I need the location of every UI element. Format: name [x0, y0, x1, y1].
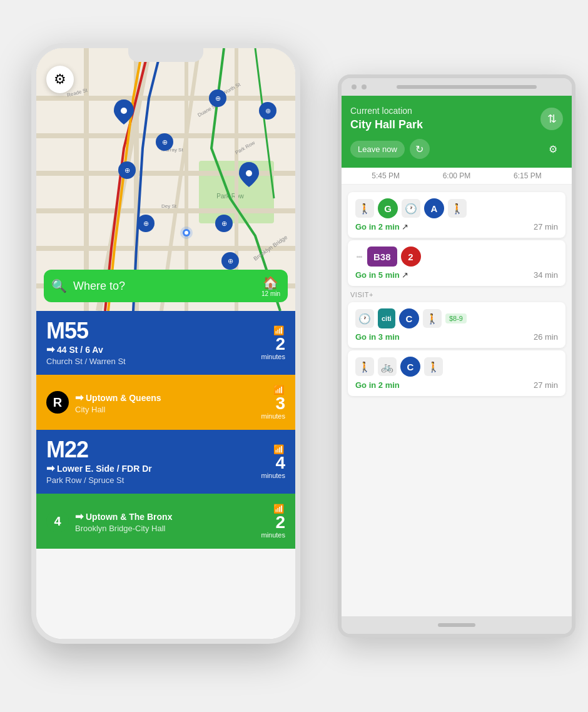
go-time-4: Go in 2 min: [355, 380, 400, 390]
transit-item-R[interactable]: R ➡ Uptown & Queens City Hall 📶 3 mi: [36, 375, 295, 430]
refresh-button[interactable]: ↻: [410, 139, 430, 159]
walk-icon-2: 🚶: [448, 199, 467, 218]
scene: Current location City Hall Park ⇅ Leave …: [13, 18, 575, 694]
map-area: Park Row: [36, 48, 295, 311]
chip-2: 2: [401, 247, 421, 267]
route-circle-4: 4: [46, 510, 69, 532]
p2-location-row: Current location City Hall Park ⇅: [350, 106, 563, 131]
arrow-icon-R: ➡: [75, 392, 83, 404]
walk-icon-1: 🚶: [355, 199, 374, 218]
phone2-speaker: [397, 85, 537, 89]
home-minutes: 12 min: [261, 290, 280, 297]
transit-main-M55: M55 ➡ 44 St / 6 Av Church St / Warren St: [46, 320, 261, 366]
stop-M22: Park Row / Spruce St: [46, 476, 261, 485]
p2-time-row: 5:45 PM 6:00 PM 6:15 PM: [342, 168, 572, 185]
leave-now-button[interactable]: Leave now: [350, 141, 405, 158]
p2-locations: Current location City Hall Park: [350, 106, 540, 131]
phone2-inner: Current location City Hall Park ⇅ Leave …: [342, 96, 572, 616]
stop-4: Brooklyn Bridge-City Hall: [75, 524, 261, 533]
arrow-icon: ➡: [46, 343, 54, 355]
go-time-2: Go in 5 min ↗: [355, 270, 408, 280]
p2-location-to: City Hall Park: [350, 118, 540, 131]
chip-A: A: [424, 198, 444, 218]
phone1-notch: [128, 48, 203, 62]
search-bar[interactable]: 🔍 Where to? 🏠 12 min: [44, 270, 288, 302]
svg-text:⊕: ⊕: [215, 94, 221, 102]
swap-button[interactable]: ⇅: [540, 108, 563, 130]
phone2-home-indicator: [438, 623, 475, 627]
route-card-2[interactable]: B38 2 Go in 5 min ↗ 34 min: [348, 240, 565, 286]
direction-M55: ➡ 44 St / 6 Av: [46, 343, 261, 355]
gear-button[interactable]: ⚙: [46, 66, 74, 93]
transit-list: M55 ➡ 44 St / 6 Av Church St / Warren St…: [36, 311, 295, 639]
total-time-4: 27 min: [534, 380, 558, 390]
direction-R: ➡ Uptown & Queens: [75, 392, 261, 404]
phone2-camera2: [362, 84, 367, 89]
clock-icon-3: 🕐: [355, 309, 374, 328]
transit-item-M55[interactable]: M55 ➡ 44 St / 6 Av Church St / Warren St…: [36, 311, 295, 375]
route-card-1[interactable]: 🚶 G 🕐 A 🚶 Go in 2 min ↗ 27 min: [348, 192, 565, 238]
walk-icon-3: 🚶: [423, 309, 442, 328]
walk-icon-4a: 🚶: [355, 357, 374, 376]
time-1: 5:45 PM: [372, 171, 400, 180]
route-card-3[interactable]: 🕐 citi C 🚶 $8-9 Go in 3 min 26 min: [348, 302, 565, 348]
arrow-icon-4: ➡: [75, 511, 83, 522]
phone2-bottom-bar: [342, 616, 572, 634]
search-icon: 🔍: [51, 278, 67, 293]
svg-text:⊕: ⊕: [143, 220, 149, 227]
svg-text:Dey St: Dey St: [161, 203, 177, 209]
route-label-M22: M22: [46, 439, 261, 461]
route-footer-1: Go in 2 min ↗ 27 min: [355, 222, 558, 231]
chip-C-3: C: [399, 308, 419, 328]
p2-controls: Leave now ↻ ⚙: [350, 139, 563, 159]
direction-4: ➡ Uptown & The Bronx: [75, 511, 261, 522]
route-footer-2: Go in 5 min ↗ 34 min: [355, 270, 558, 280]
total-time-3: 26 min: [534, 332, 558, 342]
phone1: Park Row: [31, 43, 300, 644]
transit-main-R: ➡ Uptown & Queens City Hall: [75, 390, 261, 414]
svg-text:⊕: ⊕: [162, 138, 168, 146]
transit-main-M22: M22 ➡ Lower E. Side / FDR Dr Park Row / …: [46, 439, 261, 485]
route-card-4[interactable]: 🚶 🚲 C 🚶 Go in 2 min 27 min: [348, 350, 565, 396]
mins-4: 2: [261, 514, 285, 531]
total-time-1: 27 min: [534, 222, 558, 231]
p2-location-from: Current location: [350, 106, 540, 116]
home-icon: 🏠: [263, 275, 278, 290]
route-chips-4: 🚶 🚲 C 🚶: [355, 357, 558, 377]
route-chips-1: 🚶 G 🕐 A 🚶: [355, 198, 558, 218]
total-time-2: 34 min: [534, 270, 558, 280]
svg-point-42: [121, 108, 127, 114]
transit-item-M22[interactable]: M22 ➡ Lower E. Side / FDR Dr Park Row / …: [36, 430, 295, 494]
transit-item-4[interactable]: 4 ➡ Uptown & The Bronx Brooklyn Bridge-C…: [36, 494, 295, 549]
mins-M55: 2: [261, 335, 285, 353]
time-R: 📶 3 minutes: [261, 385, 285, 420]
route-chips-2: B38 2: [355, 247, 558, 267]
stop-R: City Hall: [75, 405, 261, 414]
arrow-icon-M22: ➡: [46, 462, 54, 474]
svg-point-43: [246, 170, 252, 176]
search-input[interactable]: Where to?: [73, 280, 261, 293]
time-M22: 📶 4 minutes: [261, 444, 285, 479]
time-4: 📶 2 minutes: [261, 504, 285, 539]
chip-citi: citi: [378, 308, 395, 328]
chip-B38: B38: [367, 247, 397, 267]
clock-icon-1: 🕐: [402, 199, 420, 218]
chip-G: G: [378, 198, 398, 218]
route-circle-R: R: [46, 391, 69, 414]
chip-C-4: C: [400, 357, 420, 377]
settings-button[interactable]: ⚙: [543, 139, 563, 159]
time-3: 6:15 PM: [514, 171, 542, 180]
route-footer-4: Go in 2 min 27 min: [355, 380, 558, 390]
p2-header: Current location City Hall Park ⇅ Leave …: [342, 96, 572, 168]
visit-plus-section: VISIT+: [342, 288, 572, 300]
walk-icon-4b: 🚶: [424, 357, 443, 376]
svg-text:⊕: ⊕: [124, 166, 130, 174]
dots-1: [355, 255, 363, 258]
cost-badge: $8-9: [445, 313, 467, 323]
go-time-1: Go in 2 min ↗: [355, 222, 408, 231]
go-time-3: Go in 3 min: [355, 332, 400, 342]
svg-text:⊕: ⊕: [221, 220, 227, 227]
phone2-camera: [352, 84, 357, 89]
transit-main-4: ➡ Uptown & The Bronx Brooklyn Bridge-Cit…: [75, 509, 261, 533]
bike-icon: 🚲: [378, 357, 397, 376]
